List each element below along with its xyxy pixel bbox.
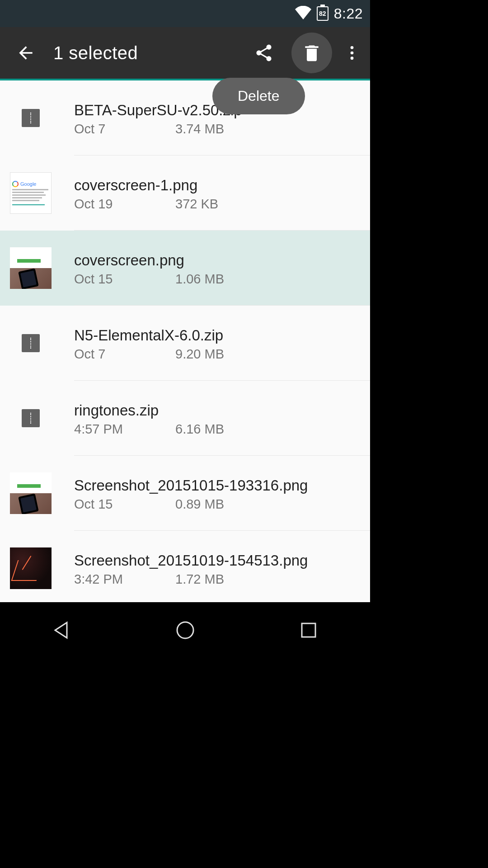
delete-tooltip: Delete bbox=[212, 78, 305, 114]
nav-back-button[interactable] bbox=[52, 620, 72, 641]
status-bar: 82 8:22 bbox=[0, 0, 370, 27]
file-row[interactable]: Screenshot_20151015-193316.pngOct 150.89… bbox=[0, 456, 370, 531]
file-name: Screenshot_20151019-154513.png bbox=[74, 552, 370, 569]
svg-point-3 bbox=[177, 622, 193, 638]
file-date: 4:57 PM bbox=[74, 422, 175, 437]
file-name: N5-ElementalX-6.0.zip bbox=[74, 327, 370, 344]
file-row[interactable]: BETA-SuperSU-v2.50.zipOct 73.74 MB bbox=[0, 80, 370, 156]
status-clock: 8:22 bbox=[334, 5, 363, 22]
nav-recents-button[interactable] bbox=[298, 620, 319, 641]
file-size: 372 KB bbox=[175, 197, 218, 212]
image-thumbnail bbox=[10, 472, 52, 514]
file-name: ringtones.zip bbox=[74, 402, 370, 419]
file-row[interactable]: Googlecoverscreen-1.pngOct 19372 KB bbox=[0, 156, 370, 231]
file-size: 9.20 MB bbox=[175, 347, 224, 362]
file-row[interactable]: Screenshot_20151019-154513.png3:42 PM1.7… bbox=[0, 531, 370, 602]
file-size: 1.06 MB bbox=[175, 272, 224, 287]
svg-point-2 bbox=[351, 57, 354, 60]
file-row[interactable]: coverscreen.pngOct 151.06 MB bbox=[0, 231, 370, 306]
archive-icon bbox=[22, 334, 40, 352]
file-name: coverscreen-1.png bbox=[74, 177, 370, 194]
overflow-menu-button[interactable] bbox=[343, 36, 361, 70]
file-date: Oct 15 bbox=[74, 272, 175, 287]
archive-icon bbox=[22, 409, 40, 427]
file-date: Oct 7 bbox=[74, 122, 175, 137]
file-size: 3.74 MB bbox=[175, 122, 224, 137]
file-date: Oct 7 bbox=[74, 347, 175, 362]
share-button[interactable] bbox=[247, 36, 281, 70]
svg-rect-4 bbox=[302, 623, 315, 637]
image-thumbnail bbox=[10, 547, 52, 589]
battery-percent: 82 bbox=[319, 10, 326, 17]
battery-icon: 82 bbox=[317, 6, 328, 21]
file-name: Screenshot_20151015-193316.png bbox=[74, 477, 370, 494]
archive-icon bbox=[22, 109, 40, 127]
file-row[interactable]: N5-ElementalX-6.0.zipOct 79.20 MB bbox=[0, 306, 370, 381]
file-row[interactable]: ringtones.zip4:57 PM6.16 MB bbox=[0, 381, 370, 456]
nav-home-button[interactable] bbox=[175, 620, 196, 641]
selection-title: 1 selected bbox=[53, 43, 236, 63]
image-thumbnail bbox=[10, 247, 52, 289]
selection-action-bar: 1 selected bbox=[0, 27, 370, 80]
wifi-icon bbox=[295, 6, 311, 21]
file-list[interactable]: BETA-SuperSU-v2.50.zipOct 73.74 MBGoogle… bbox=[0, 80, 370, 602]
file-size: 0.89 MB bbox=[175, 497, 224, 512]
delete-button[interactable] bbox=[291, 33, 332, 73]
file-name: coverscreen.png bbox=[74, 252, 370, 269]
svg-point-1 bbox=[351, 52, 354, 55]
file-size: 1.72 MB bbox=[175, 572, 224, 587]
file-date: Oct 15 bbox=[74, 497, 175, 512]
navigation-bar bbox=[0, 602, 370, 658]
file-date: 3:42 PM bbox=[74, 572, 175, 587]
file-date: Oct 19 bbox=[74, 197, 175, 212]
image-thumbnail: Google bbox=[10, 172, 52, 214]
svg-point-0 bbox=[351, 46, 354, 49]
back-button[interactable] bbox=[9, 36, 42, 70]
file-size: 6.16 MB bbox=[175, 422, 224, 437]
